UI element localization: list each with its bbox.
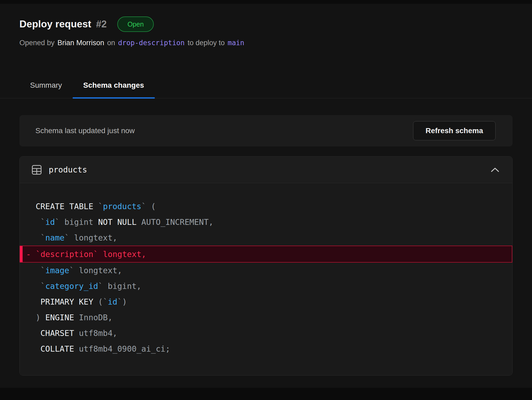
letterbox-top (0, 0, 532, 4)
sql-line-text: ) ENGINE InnoDB, (36, 313, 113, 322)
opened-by-label: Opened by (19, 39, 55, 47)
tab-summary[interactable]: Summary (19, 76, 73, 98)
source-branch-link[interactable]: drop-description (118, 39, 185, 47)
deploy-phrase: to deploy to (188, 39, 225, 47)
target-branch-link[interactable]: main (228, 39, 244, 47)
sql-line-text: CREATE TABLE `products` ( (36, 202, 156, 211)
on-label: on (107, 39, 115, 47)
deploy-request-number: #2 (96, 19, 107, 30)
refresh-schema-button[interactable]: Refresh schema (413, 121, 496, 140)
sql-line: `name` longtext, (20, 230, 512, 246)
sql-line-text: - `description` longtext, (23, 250, 146, 259)
title-row: Deploy request #2 Open (19, 16, 513, 32)
sql-line-text: COLLATE utf8mb4_0900_ai_ci; (36, 344, 170, 353)
schema-status-text: Schema last updated just now (35, 127, 413, 135)
letterbox-bottom (0, 388, 532, 400)
sql-line: CREATE TABLE `products` ( (20, 199, 512, 214)
products-panel-header[interactable]: products (20, 157, 512, 183)
table-name: products (49, 165, 87, 174)
sql-line: CHARSET utf8mb4, (20, 325, 512, 341)
sql-line-deleted: - `description` longtext, (20, 246, 512, 263)
products-table-panel: products CREATE TABLE `products` ( `id` … (19, 156, 513, 376)
sql-line-text: `id` bigint NOT NULL AUTO_INCREMENT, (36, 217, 213, 227)
table-icon (32, 165, 42, 175)
sql-line-text: `image` longtext, (36, 266, 122, 275)
status-badge: Open (117, 16, 154, 32)
tab-bar: Summary Schema changes (0, 76, 532, 98)
subtitle: Opened by Brian Morrison on drop-descrip… (19, 39, 513, 47)
sql-line-text: `name` longtext, (36, 233, 117, 242)
deploy-request-page: Deploy request #2 Open Opened by Brian M… (0, 16, 532, 376)
author-name: Brian Morrison (57, 39, 104, 47)
sql-code: CREATE TABLE `products` ( `id` bigint NO… (20, 183, 512, 375)
sql-line-text: CHARSET utf8mb4, (36, 329, 117, 338)
sql-line: ) ENGINE InnoDB, (20, 310, 512, 325)
sql-line: COLLATE utf8mb4_0900_ai_ci; (20, 341, 512, 357)
deleted-line-marker (20, 246, 23, 262)
sql-line: `image` longtext, (20, 263, 512, 278)
chevron-up-icon (491, 167, 500, 173)
sql-line-text: PRIMARY KEY (`id`) (36, 297, 127, 306)
sql-line: PRIMARY KEY (`id`) (20, 294, 512, 310)
sql-line: `category_id` bigint, (20, 278, 512, 294)
page-title: Deploy request (19, 19, 91, 30)
sql-line: `id` bigint NOT NULL AUTO_INCREMENT, (20, 214, 512, 230)
sql-line-text: `category_id` bigint, (36, 281, 141, 291)
tab-schema-changes[interactable]: Schema changes (73, 76, 155, 98)
schema-refresh-bar: Schema last updated just now Refresh sch… (19, 115, 513, 146)
